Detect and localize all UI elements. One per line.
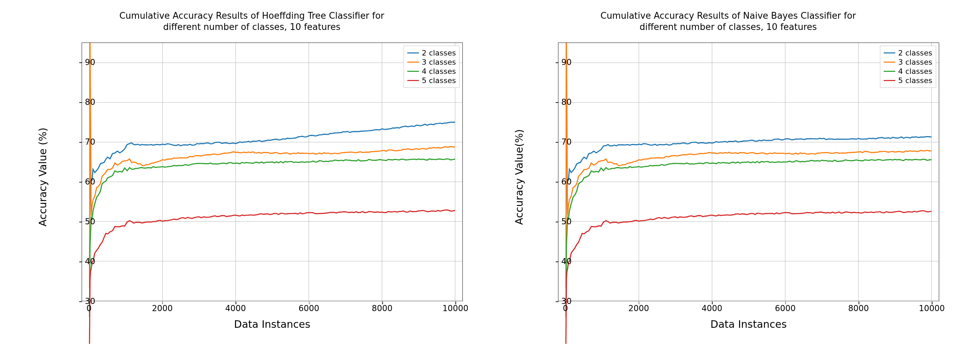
legend-item: 2 classes [884,49,932,57]
series-line [566,159,931,317]
legend-item: 2 classes [407,49,456,57]
plot-area: 2 classes3 classes4 classes5 classes [558,43,939,301]
plot-area: 2 classes3 classes4 classes5 classes [82,43,463,301]
x-tick-label: 4000 [702,304,722,313]
x-tick-label: 10000 [442,304,468,313]
x-tick-label: 2000 [628,304,649,313]
legend-swatch [407,53,419,53]
series-line [89,43,455,288]
y-tick-label: 40 [75,257,95,266]
y-tick-label: 80 [75,97,95,107]
y-tick-label: 90 [551,57,572,67]
legend: 2 classes3 classes4 classes5 classes [880,46,936,88]
chart-title: Cumulative Accuracy Results of Hoeffding… [24,10,480,32]
legend-item: 4 classes [884,67,932,76]
legend-label: 3 classes [898,58,932,66]
y-axis-label: Accuracy Value (%) [37,128,49,226]
y-tick-label: 50 [551,217,572,226]
x-tick-label: 8000 [372,304,393,313]
legend-swatch [884,62,895,63]
y-tick-label: 50 [75,217,95,226]
y-tick-label: 30 [75,297,95,306]
x-tick-label: 8000 [848,304,869,313]
chart-title: Cumulative Accuracy Results of Naive Bay… [500,10,956,32]
x-axis-label: Data Instances [82,318,463,330]
legend-label: 3 classes [422,58,456,66]
legend-label: 5 classes [898,76,932,85]
y-tick-label: 70 [75,137,95,147]
legend: 2 classes3 classes4 classes5 classes [404,46,460,88]
legend-swatch [884,71,895,72]
x-tick-label: 4000 [225,304,246,313]
legend-swatch [407,62,419,63]
x-axis-label: Data Instances [558,318,939,330]
x-tick-label: 6000 [298,304,319,313]
series-line [89,159,455,317]
x-tick-label: 10000 [919,304,945,313]
y-tick-label: 80 [551,97,572,107]
y-tick-label: 70 [551,137,572,147]
legend-label: 2 classes [898,49,932,57]
legend-swatch [407,80,419,81]
legend-item: 4 classes [407,67,456,76]
y-tick-label: 60 [551,177,572,187]
y-axis-label: Accuracy Value(%) [513,129,525,225]
legend-item: 3 classes [407,58,456,66]
legend-swatch [407,71,419,72]
x-tick-label: 0 [563,304,568,313]
x-tick-label: 6000 [775,304,795,313]
chart-naive-bayes: Cumulative Accuracy Results of Naive Bay… [500,10,956,344]
y-tick-label: 40 [551,257,572,266]
x-tick-label: 2000 [152,304,172,313]
legend-swatch [884,80,895,81]
series-line [566,43,931,288]
legend-item: 5 classes [407,76,456,85]
legend-label: 2 classes [422,49,456,57]
legend-item: 5 classes [884,76,932,85]
series-line [566,137,931,223]
y-tick-label: 90 [75,57,95,67]
y-tick-label: 60 [75,177,95,187]
legend-label: 4 classes [898,67,932,76]
legend-label: 4 classes [422,67,456,76]
legend-label: 5 classes [422,76,456,85]
x-tick-label: 0 [86,304,92,313]
legend-item: 3 classes [884,58,932,66]
series-line [89,122,455,223]
chart-hoeffding: Cumulative Accuracy Results of Hoeffding… [24,10,480,344]
legend-swatch [884,53,895,53]
y-tick-label: 30 [551,297,572,306]
